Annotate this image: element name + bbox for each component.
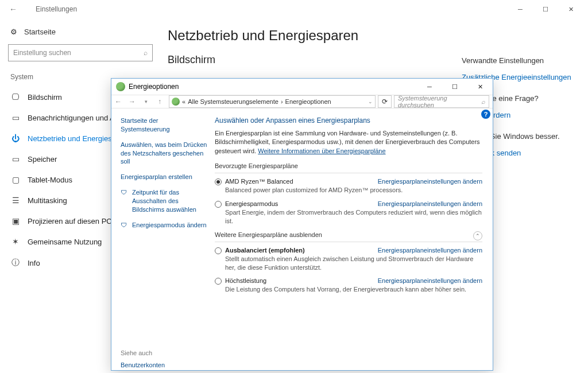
plan-name: AMD Ryzen™ Balanced: [225, 178, 293, 185]
cp-create-plan-link[interactable]: Energiesparplan erstellen: [121, 173, 208, 181]
cp-minimize-button[interactable]: ─: [417, 79, 442, 95]
cp-search-input[interactable]: Systemsteuerung durchsuchen ⌕: [394, 95, 489, 108]
plan-name: Energiesparmodus: [225, 200, 278, 207]
cp-title: Energieoptionen: [129, 83, 179, 91]
chevron-right-icon: ›: [281, 98, 283, 105]
settings-titlebar: ← Einstellungen ─ ☐ ✕: [0, 0, 588, 18]
cp-addressbar: ← → ▾ ↑ « Alle Systemsteuerungselemente …: [111, 95, 493, 108]
cp-search-placeholder: Systemsteuerung durchsuchen: [398, 95, 481, 108]
share-icon: ✶: [10, 237, 21, 246]
page-title: Netzbetrieb und Energiesparen: [168, 28, 462, 44]
plan-high-performance: HöchstleistungEnergiesparplaneinstellung…: [225, 277, 482, 294]
cp-button-action-link[interactable]: Auswählen, was beim Drücken des Netzscha…: [121, 141, 208, 166]
cp-crumb1[interactable]: Alle Systemsteuerungselemente: [188, 98, 278, 105]
search-placeholder: Einstellung suchen: [13, 49, 71, 57]
power-icon: ⏻: [10, 134, 21, 143]
cp-home-link[interactable]: Startseite der Systemsteuerung: [121, 116, 208, 134]
cp-recent-button[interactable]: ▾: [139, 99, 153, 104]
control-panel-window: Energieoptionen ─ ☐ ✕ ← → ▾ ↑ « Alle Sys…: [111, 78, 493, 371]
plan-desc: Stellt automatisch einen Ausgleich zwisc…: [225, 255, 482, 272]
cp-crumb2[interactable]: Energieoptionen: [285, 98, 331, 105]
cp-close-button[interactable]: ✕: [467, 79, 493, 95]
plan-radio-high[interactable]: [215, 278, 222, 285]
cp-path-sep1: «: [182, 98, 185, 105]
back-button[interactable]: ←: [5, 2, 22, 16]
cp-titlebar: Energieoptionen ─ ☐ ✕: [111, 79, 493, 95]
notifications-icon: ▭: [10, 113, 21, 122]
plan-desc: Spart Energie, indem der Stromverbrauch …: [225, 208, 482, 226]
tablet-icon: ▢: [10, 175, 21, 184]
gear-icon: ⚙: [10, 28, 17, 36]
divider: [215, 242, 482, 242]
shield-icon: 🛡: [121, 188, 129, 196]
project-icon: ▣: [10, 216, 21, 226]
related-heading: Verwandte Einstellungen: [462, 56, 577, 65]
cp-path[interactable]: « Alle Systemsteuerungselemente › Energi…: [169, 95, 376, 108]
window-title: Einstellungen: [36, 5, 77, 13]
cp-forward-button[interactable]: →: [125, 98, 139, 106]
cp-display-off-link[interactable]: 🛡 Zeitpunkt für das Ausschalten des Bild…: [121, 188, 208, 214]
cp-refresh-button[interactable]: ⟳: [378, 95, 392, 108]
cp-more-info-link[interactable]: Weitere Informationen über Energiesparpl…: [258, 147, 385, 154]
cp-sidebar: Startseite der Systemsteuerung Auswählen…: [111, 108, 212, 373]
cp-back-button[interactable]: ←: [111, 98, 125, 106]
see-also-label: Siehe auch: [121, 349, 208, 356]
power-options-icon: [116, 82, 125, 91]
change-plan-settings-link[interactable]: Energiesparplaneinstellungen ändern: [378, 200, 482, 207]
display-icon: 🖵: [10, 92, 21, 102]
close-button[interactable]: ✕: [558, 1, 583, 17]
plan-energiesparmodus: EnergiesparmodusEnergiesparplaneinstellu…: [225, 200, 482, 226]
plan-name: Ausbalanciert (empfohlen): [225, 247, 305, 254]
cp-heading: Auswählen oder Anpassen eines Energiespa…: [215, 116, 482, 125]
change-plan-settings-link[interactable]: Energiesparplaneinstellungen ändern: [378, 247, 482, 254]
home-link[interactable]: ⚙ Startseite: [7, 23, 154, 41]
info-icon: ⓘ: [10, 258, 21, 268]
plan-radio-amd[interactable]: [215, 178, 222, 185]
storage-icon: ▭: [10, 154, 21, 164]
home-label: Startseite: [24, 28, 56, 36]
more-plans-label[interactable]: Weitere Energiesparpläne ausblenden ⌃: [215, 231, 482, 238]
cp-sleep-change-link[interactable]: 🛡 Energiesparmodus ändern: [121, 221, 208, 230]
cp-main: Auswählen oder Anpassen eines Energiespa…: [212, 108, 493, 373]
plan-desc: Die Leistung des Computers hat Vorrang, …: [225, 285, 482, 294]
cp-description: Ein Energiesparplan ist eine Sammlung vo…: [215, 129, 482, 156]
plan-desc: Balanced power plan customized for AMD R…: [225, 186, 482, 195]
divider: [215, 173, 482, 173]
change-plan-settings-link[interactable]: Energiesparplaneinstellungen ändern: [378, 178, 482, 185]
multitasking-icon: ☰: [10, 196, 21, 205]
preferred-plans-label: Bevorzugte Energiesparpläne: [215, 162, 482, 169]
plan-name: Höchstleistung: [225, 277, 266, 284]
plan-radio-saver[interactable]: [215, 201, 222, 208]
maximize-button[interactable]: ☐: [533, 1, 558, 17]
cp-path-icon: [172, 98, 180, 106]
cp-maximize-button[interactable]: ☐: [442, 79, 467, 95]
page-subtitle: Bildschirm: [168, 54, 462, 66]
plan-amd-balanced: AMD Ryzen™ BalancedEnergiesparplaneinste…: [225, 178, 482, 195]
collapse-icon[interactable]: ⌃: [473, 231, 482, 240]
plan-balanced: Ausbalanciert (empfohlen)Energiesparplan…: [225, 247, 482, 272]
plan-radio-balanced[interactable]: [215, 247, 222, 254]
search-icon: ⌕: [144, 49, 148, 57]
cp-up-button[interactable]: ↑: [153, 98, 167, 106]
change-plan-settings-link[interactable]: Energiesparplaneinstellungen ändern: [378, 277, 482, 284]
cp-user-accounts-link[interactable]: Benutzerkonten: [121, 361, 208, 370]
cp-path-dropdown[interactable]: ⌄: [368, 99, 373, 104]
search-icon: ⌕: [481, 98, 485, 105]
minimize-button[interactable]: ─: [508, 1, 533, 17]
shield-icon: 🛡: [121, 221, 129, 229]
search-input[interactable]: Einstellung suchen ⌕: [8, 44, 153, 61]
